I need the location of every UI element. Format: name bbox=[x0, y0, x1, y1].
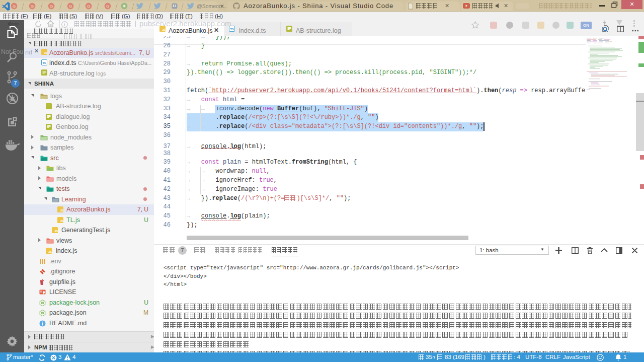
svg-text:G: G bbox=[31, 4, 34, 9]
svg-text:JS: JS bbox=[162, 28, 166, 31]
svg-text:G: G bbox=[87, 4, 90, 9]
svg-text:G: G bbox=[13, 4, 16, 9]
svg-text:JS: JS bbox=[60, 209, 63, 212]
svg-text:TS: TS bbox=[230, 28, 233, 31]
svg-text:JS: JS bbox=[44, 51, 47, 54]
svg-text:G: G bbox=[50, 4, 53, 9]
svg-text:JS: JS bbox=[48, 251, 52, 254]
svg-text:JS: JS bbox=[60, 220, 63, 223]
svg-text:G: G bbox=[106, 4, 109, 9]
svg-text:JS: JS bbox=[54, 230, 58, 233]
svg-text:TS: TS bbox=[42, 61, 46, 64]
svg-text:G: G bbox=[69, 4, 72, 9]
